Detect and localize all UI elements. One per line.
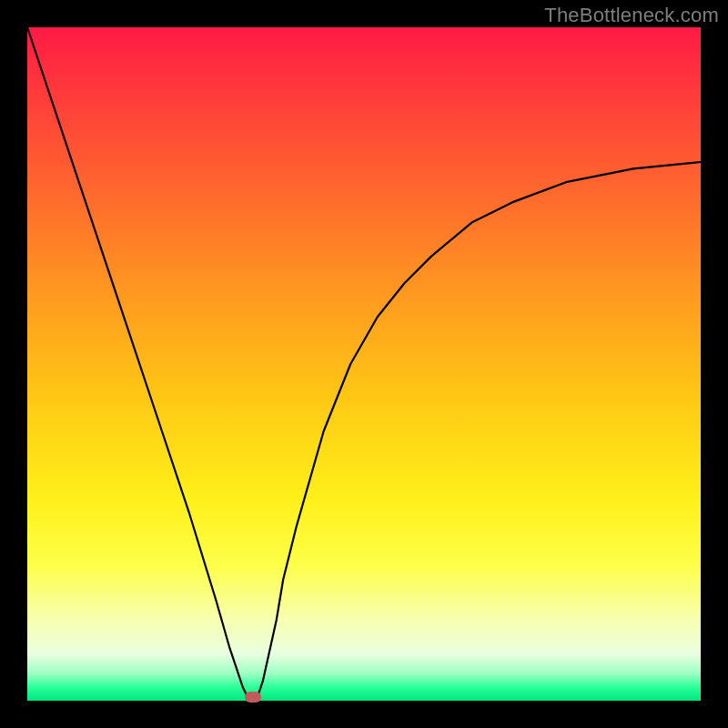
bottleneck-curve xyxy=(27,27,701,701)
curve-path xyxy=(27,27,701,701)
plot-area xyxy=(27,27,701,701)
outer-frame: TheBottleneck.com xyxy=(0,0,728,728)
optimum-marker xyxy=(245,692,261,703)
watermark-text: TheBottleneck.com xyxy=(544,4,719,27)
